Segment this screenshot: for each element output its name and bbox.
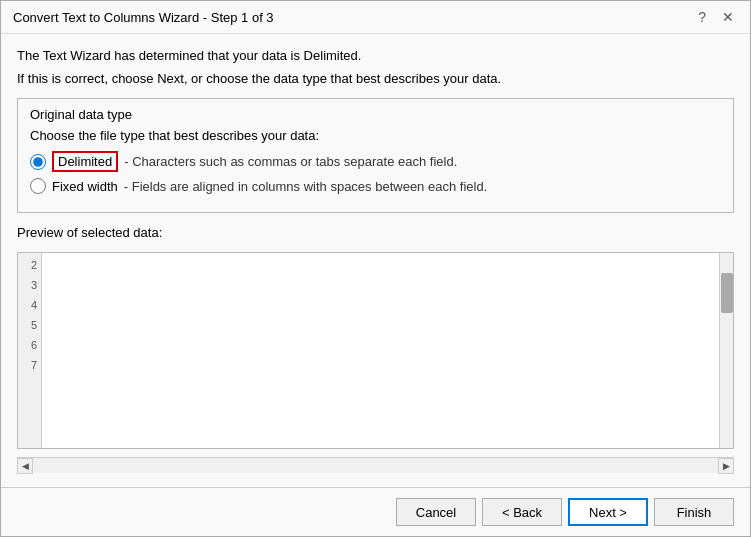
scroll-left-arrow[interactable]: ◀ <box>17 458 33 474</box>
main-content: The Text Wizard has determined that your… <box>1 34 750 487</box>
horizontal-scrollbar[interactable]: ◀ ▶ <box>17 457 734 473</box>
vertical-scrollbar[interactable] <box>719 253 733 448</box>
group-subtitle: Choose the file type that best describes… <box>30 128 721 143</box>
row-num-5: 5 <box>18 315 41 335</box>
row-num-4: 4 <box>18 295 41 315</box>
bottom-bar: Cancel < Back Next > Finish <box>1 487 750 536</box>
title-bar-buttons: ? ✕ <box>694 9 738 25</box>
scroll-thumb-v[interactable] <box>721 273 733 313</box>
row-num-7: 7 <box>18 355 41 375</box>
back-button[interactable]: < Back <box>482 498 562 526</box>
finish-button[interactable]: Finish <box>654 498 734 526</box>
group-title: Original data type <box>30 107 721 122</box>
preview-label: Preview of selected data: <box>17 225 734 240</box>
help-button[interactable]: ? <box>694 9 710 25</box>
delimited-desc: - Characters such as commas or tabs sepa… <box>124 154 457 169</box>
row-num-6: 6 <box>18 335 41 355</box>
delimited-label[interactable]: Delimited <box>58 154 112 169</box>
fixed-width-row: Fixed width - Fields are aligned in colu… <box>30 178 721 194</box>
intro-line2: If this is correct, choose Next, or choo… <box>17 71 734 86</box>
row-numbers: 2 3 4 5 6 7 <box>18 253 42 448</box>
data-type-group: Original data type Choose the file type … <box>17 98 734 213</box>
next-button[interactable]: Next > <box>568 498 648 526</box>
preview-area: 2 3 4 5 6 7 <box>17 252 734 449</box>
row-num-2: 2 <box>18 255 41 275</box>
title-bar: Convert Text to Columns Wizard - Step 1 … <box>1 1 750 34</box>
dialog: Convert Text to Columns Wizard - Step 1 … <box>0 0 751 537</box>
scroll-track-h[interactable] <box>33 459 718 473</box>
delimited-label-box: Delimited <box>52 151 118 172</box>
delimited-row: Delimited - Characters such as commas or… <box>30 151 721 172</box>
row-num-3: 3 <box>18 275 41 295</box>
fixed-width-desc: - Fields are aligned in columns with spa… <box>124 179 487 194</box>
close-button[interactable]: ✕ <box>718 9 738 25</box>
cancel-button[interactable]: Cancel <box>396 498 476 526</box>
intro-line1: The Text Wizard has determined that your… <box>17 48 734 63</box>
dialog-title: Convert Text to Columns Wizard - Step 1 … <box>13 10 274 25</box>
fixed-width-radio[interactable] <box>30 178 46 194</box>
delimited-radio[interactable] <box>30 154 46 170</box>
preview-content[interactable] <box>42 253 719 448</box>
fixed-width-label[interactable]: Fixed width <box>52 179 118 194</box>
scroll-right-arrow[interactable]: ▶ <box>718 458 734 474</box>
